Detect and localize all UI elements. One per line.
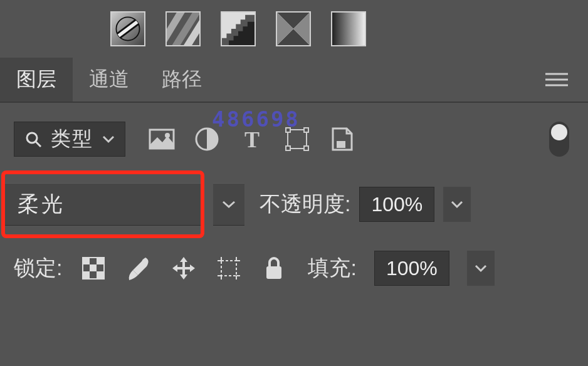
svg-rect-23 <box>97 258 104 264</box>
svg-rect-17 <box>304 128 308 132</box>
fill-chevron[interactable] <box>467 251 495 286</box>
artboard-icon[interactable] <box>215 254 243 282</box>
blend-mode-value: 柔光 <box>18 190 65 219</box>
blend-mode-highlight: 柔光 <box>1 170 204 238</box>
filter-smartobject-icon[interactable] <box>328 125 356 153</box>
svg-rect-36 <box>266 266 281 279</box>
fill-label: 填充: <box>308 254 356 283</box>
brush-icon[interactable] <box>125 254 152 282</box>
gradient-map-thumb[interactable] <box>110 11 145 46</box>
move-icon[interactable] <box>170 254 197 282</box>
svg-point-9 <box>27 133 37 143</box>
blend-mode-dropdown[interactable]: 柔光 <box>5 183 201 226</box>
panel-menu-button[interactable] <box>525 72 588 87</box>
svg-rect-24 <box>90 264 97 271</box>
svg-line-10 <box>36 142 41 147</box>
svg-rect-25 <box>83 271 90 279</box>
gradient-thumb[interactable] <box>331 11 366 46</box>
fill-value[interactable]: 100% <box>374 251 449 286</box>
tab-layers[interactable]: 图层 <box>0 58 73 102</box>
chevron-down-icon <box>102 135 115 144</box>
opacity-chevron[interactable] <box>443 187 471 222</box>
tab-channels[interactable]: 通道 <box>73 58 145 102</box>
blend-mode-chevron[interactable] <box>213 183 244 226</box>
lock-label: 锁定: <box>14 254 62 283</box>
jagged-thumb[interactable] <box>221 11 256 46</box>
search-icon <box>24 130 42 148</box>
lock-icon[interactable] <box>260 254 288 282</box>
svg-rect-5 <box>332 13 365 45</box>
opacity-value[interactable]: 100% <box>359 187 434 222</box>
svg-rect-27 <box>221 261 236 276</box>
watermark-text: 486698 <box>212 107 300 132</box>
tab-paths[interactable]: 路径 <box>145 58 218 102</box>
svg-rect-26 <box>97 271 104 279</box>
blend-mode-row: 柔光 不透明度: 100% <box>0 165 588 242</box>
svg-point-12 <box>165 133 170 138</box>
stripes-thumb[interactable] <box>165 11 201 46</box>
filter-type-dropdown[interactable]: 类型 <box>14 122 125 157</box>
opacity-label: 不透明度: <box>260 190 350 219</box>
lock-transparency-icon[interactable] <box>80 254 107 282</box>
filter-toggle[interactable] <box>549 122 569 157</box>
svg-rect-18 <box>286 146 290 150</box>
panel-tabs: 图层 通道 路径 <box>0 58 588 103</box>
preset-thumbnails-row <box>0 0 588 58</box>
lock-row: 锁定: 填充: 100% <box>0 242 588 286</box>
filter-type-label: 类型 <box>51 125 93 153</box>
svg-rect-19 <box>304 146 308 150</box>
svg-rect-20 <box>337 141 345 148</box>
svg-rect-22 <box>83 258 90 264</box>
layer-filter-row: 486698 类型 T <box>0 103 588 165</box>
filter-image-icon[interactable] <box>148 125 176 153</box>
triangle-thumb[interactable] <box>276 11 311 46</box>
